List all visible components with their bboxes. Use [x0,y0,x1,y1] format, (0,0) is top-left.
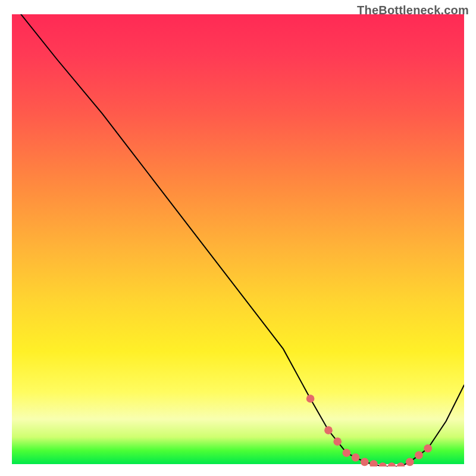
highlight-dot [369,460,378,466]
highlight-dot [388,462,396,466]
highlight-dot [352,453,360,462]
chart-root: TheBottleneck.com [0,0,476,476]
highlight-dot [343,449,351,457]
highlight-dot [306,394,315,403]
highlight-dot [361,458,369,466]
plot-area [12,14,464,464]
highlight-dot [324,426,333,434]
highlight-dot [333,437,342,446]
highlight-points-group [306,394,432,466]
highlight-dot [397,462,405,466]
highlight-dot [415,451,423,459]
curve-layer [12,14,464,466]
highlight-dot [406,458,414,466]
highlight-dot [378,462,387,466]
highlight-dot [424,444,432,453]
bottleneck-curve-path [21,14,464,466]
